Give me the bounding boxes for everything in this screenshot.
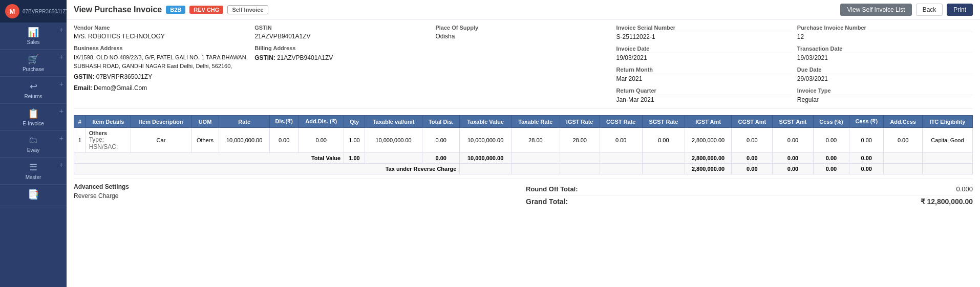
cell-add-dis: 0.00 <box>299 128 344 153</box>
invoice-date-value: 19/03/2021 <box>616 54 792 61</box>
due-date-label: Due Date <box>797 67 973 74</box>
total-cgst-rate <box>600 153 643 164</box>
place-supply-label: Place Of Supply <box>435 25 611 31</box>
transaction-date-label: Transaction Date <box>797 46 973 53</box>
einvoice-add-button[interactable]: + <box>59 107 63 115</box>
rc-igst-amt: 2,800,000.00 <box>685 164 732 174</box>
total-qty: 1.00 <box>344 153 365 164</box>
total-total-dis: 0.00 <box>422 153 460 164</box>
billing-gstin-line: GSTIN: 21AZVPB9401A1ZV <box>254 53 430 62</box>
sidebar-item-eway[interactable]: 🗂 Eway + <box>0 131 67 158</box>
eway-add-button[interactable]: + <box>59 134 63 142</box>
grand-total-line: Grand Total: ₹ 12,800,000.00 <box>526 195 973 208</box>
rc-sgst-amt: 0.00 <box>773 164 813 174</box>
grand-total-label: Grand Total: <box>526 197 568 206</box>
col-uom: UOM <box>191 116 219 128</box>
invoice-type-value: Regular <box>797 96 973 103</box>
rc-taxable-value <box>460 164 512 174</box>
sidebar-item-einvoice[interactable]: 📋 E-Invoice + <box>0 104 67 131</box>
billing-gstin-label: GSTIN: <box>254 54 275 61</box>
return-month-value: Mar 2021 <box>616 75 792 82</box>
gstin-value: 21AZVPB9401A1ZV <box>254 33 430 40</box>
sidebar-item-returns[interactable]: ↩ Returns + <box>0 77 67 104</box>
advanced-settings-label: Advanced Settings <box>74 183 521 190</box>
cell-item-details: Others Type: HSN/SAC: <box>86 128 131 153</box>
cell-dis: 0.00 <box>270 128 299 153</box>
total-sgst-amt: 0.00 <box>773 153 813 164</box>
returns-add-button[interactable]: + <box>59 80 63 88</box>
billing-gstin-value: 21AZVPB9401A1ZV <box>277 54 333 61</box>
total-taxable-val-unit <box>365 153 422 164</box>
sidebar-item-sales[interactable]: 📊 Sales + <box>0 23 67 50</box>
serial-value: S-25112022-1 <box>616 33 792 40</box>
col-add-cess: Add.Cess <box>884 116 923 128</box>
sidebar-item-master[interactable]: ☰ Master + <box>0 158 67 185</box>
total-itc <box>922 153 972 164</box>
cell-cess-rs: 0.00 <box>849 128 884 153</box>
cell-sgst-amt: 0.00 <box>773 128 813 153</box>
col-item-details: Item Details <box>86 116 131 128</box>
vendor-name-label: Vendor Name <box>74 25 249 31</box>
cell-igst-amt: 2,800,000.00 <box>685 128 732 153</box>
cell-cess-pct: 0.00 <box>813 128 849 153</box>
return-month-label: Return Month <box>616 67 792 74</box>
business-address-value: IX/1598, OLD NO-489/22/3, G/F, PATEL GAL… <box>74 53 249 70</box>
print-button[interactable]: Print <box>947 4 973 16</box>
sidebar-label-einvoice: E-Invoice <box>23 121 44 126</box>
sidebar: M 07BVRPR3650J1ZY 📊 Sales + 🛒 Purchase +… <box>0 0 67 287</box>
page-title: View Purchase Invoice <box>74 5 162 14</box>
sidebar-label-returns: Returns <box>24 94 42 99</box>
total-taxable-value: 10,000,000.00 <box>460 153 512 164</box>
rc-cgst-amt: 0.00 <box>732 164 773 174</box>
total-taxable-rate <box>511 153 560 164</box>
col-taxable-value: Taxable Value <box>460 116 512 128</box>
col-item-desc: Item Description <box>131 116 191 128</box>
col-add-dis: Add.Dis. (₹) <box>299 116 344 128</box>
left-bottom: Advanced Settings Reverse Charge <box>74 183 521 208</box>
sales-add-button[interactable]: + <box>59 26 63 34</box>
col-cess-rs: Cess (₹) <box>849 116 884 128</box>
col-dis: Dis.(₹) <box>270 116 299 128</box>
reverse-charge-label: Tax under Reverse Charge <box>74 164 460 174</box>
col-igst-amt: IGST Amt <box>685 116 732 128</box>
invoice-table-wrap: # Item Details Item Description UOM Rate… <box>74 115 973 174</box>
sidebar-item-extra[interactable]: 📑 <box>0 185 67 206</box>
cell-itc: Capital Good <box>922 128 972 153</box>
rc-cess-rs: 0.00 <box>849 164 884 174</box>
sidebar-user: 07BVRPR3650J1ZY <box>23 9 67 14</box>
total-cess-rs: 0.00 <box>849 153 884 164</box>
invoice-details-col: Invoice Serial Number S-25112022-1 Invoi… <box>616 25 792 103</box>
sidebar-item-purchase[interactable]: 🛒 Purchase + <box>0 50 67 77</box>
cell-taxable-value: 10,000,000.00 <box>460 128 512 153</box>
rc-sgst-rate <box>643 164 685 174</box>
col-num: # <box>74 116 86 128</box>
badge-rev-chg: REV CHG <box>189 6 223 14</box>
cell-num: 1 <box>74 128 86 153</box>
total-cgst-amt: 0.00 <box>732 153 773 164</box>
purchase-invoice-value: 12 <box>797 33 973 40</box>
purchase-details-col: Purchase Invoice Number 12 Transaction D… <box>797 25 973 103</box>
due-date-value: 29/03/2021 <box>797 75 973 82</box>
purchase-add-button[interactable]: + <box>59 53 63 61</box>
main-content: View Purchase Invoice B2B REV CHG Self I… <box>67 0 980 287</box>
back-button[interactable]: Back <box>916 4 943 16</box>
cell-add-cess: 0.00 <box>884 128 923 153</box>
total-igst-rate <box>560 153 600 164</box>
master-icon: ☰ <box>29 162 37 173</box>
cell-taxable-val-unit: 10,000,000.00 <box>365 128 422 153</box>
rc-igst-rate <box>560 164 600 174</box>
sales-icon: 📊 <box>28 27 39 38</box>
place-supply-value: Odisha <box>435 33 611 40</box>
view-self-invoice-list-button[interactable]: View Self Invoice List <box>840 4 911 16</box>
rc-add-cess <box>884 164 923 174</box>
place-supply-col: Place Of Supply Odisha <box>435 25 611 103</box>
vendor-info-col: Vendor Name M/S. ROBOTICS TECHNOLOGY Bus… <box>74 25 249 103</box>
vendor-name-value: M/S. ROBOTICS TECHNOLOGY <box>74 33 249 40</box>
return-quarter-value: Jan-Mar 2021 <box>616 96 792 103</box>
item-hsn: HSN/SAC: <box>89 143 128 150</box>
total-add-cess <box>884 153 923 164</box>
col-qty: Qty <box>344 116 365 128</box>
badge-b2b: B2B <box>166 6 185 14</box>
master-add-button[interactable]: + <box>59 161 63 169</box>
cell-sgst-rate: 0.00 <box>643 128 685 153</box>
